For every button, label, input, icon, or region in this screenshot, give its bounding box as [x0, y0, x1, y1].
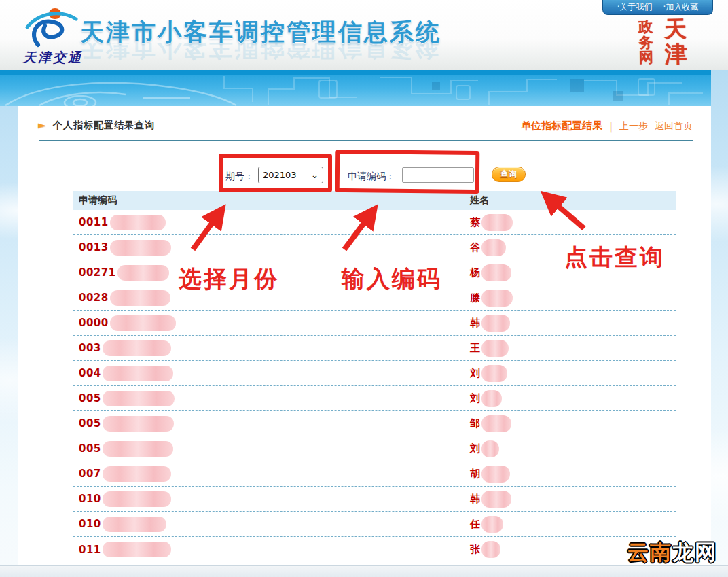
table-row: 005邹 [73, 411, 676, 436]
cell-application-code: 011 [73, 542, 470, 557]
search-button[interactable]: 查询 [492, 167, 526, 182]
add-favorite-link[interactable]: ·加入收藏 [663, 1, 699, 13]
redacted-code-blob [103, 416, 174, 432]
redacted-name-blob [481, 466, 510, 483]
cell-name: 刘 [470, 440, 499, 457]
redacted-name-blob [481, 390, 502, 407]
application-code-text: 0000 [79, 317, 109, 329]
redacted-code-blob [110, 315, 176, 331]
about-us-link[interactable]: ·关于我们 [617, 1, 653, 13]
unit-result-link[interactable]: 单位指标配置结果 [521, 120, 602, 133]
banner [0, 75, 711, 106]
redacted-name-blob [481, 415, 511, 432]
redacted-name-blob [481, 440, 499, 457]
cell-name: 韩 [470, 491, 511, 508]
table-row: 0000韩 [73, 311, 676, 336]
application-code-text: 0013 [79, 241, 109, 253]
annotation-enter-code: 输入编码 [342, 264, 442, 295]
period-label: 期号： [225, 171, 254, 183]
redacted-name-blob [481, 541, 500, 558]
cell-name: 刘 [470, 390, 502, 407]
application-code-text: 011 [79, 544, 101, 556]
table-row: 007胡 [73, 461, 676, 487]
application-code-text: 010 [79, 518, 101, 530]
top-links-bar: ·关于我们 ·加入收藏 [602, 0, 713, 15]
application-code-text: 0028 [79, 292, 109, 304]
redacted-code-blob [103, 340, 171, 356]
seal-char: 津 [665, 42, 688, 65]
home-link[interactable]: 返回首页 [655, 120, 693, 133]
cell-application-code: 0013 [73, 240, 470, 256]
application-code-input[interactable] [402, 167, 474, 183]
application-code-text: 003 [79, 342, 101, 354]
table-header: 申请编码 姓名 [73, 191, 676, 210]
period-select[interactable]: 202103 ⌄ [258, 167, 323, 183]
applicant-name-text: 谷 [470, 241, 480, 254]
application-code-text: 00271 [79, 266, 116, 279]
redacted-code-blob [103, 441, 173, 457]
redacted-code-blob [103, 491, 171, 507]
seal-char: 天 [664, 17, 687, 40]
cell-application-code: 0000 [73, 315, 470, 331]
nav-separator: | [609, 121, 613, 132]
cell-application-code: 005 [73, 391, 470, 406]
applicant-name-text: 刘 [470, 392, 480, 405]
cell-name: 王 [470, 340, 509, 357]
redacted-code-blob [103, 466, 171, 482]
redacted-code-blob [103, 517, 166, 532]
table-row: 010任 [73, 512, 676, 537]
redacted-name-blob [481, 239, 506, 256]
cell-application-code: 007 [73, 466, 470, 482]
page: 天津交通 天津市小客车调控管理信息系统 天津市小客车调控管理信息系统 ·关于我们… [0, 0, 728, 577]
cell-name: 刘 [470, 365, 507, 382]
redacted-code-blob [110, 290, 170, 306]
redacted-code-blob [110, 215, 166, 230]
title-divider [39, 140, 693, 141]
applicant-name-text: 胡 [470, 468, 480, 480]
column-header-code: 申请编码 [73, 194, 470, 207]
applicant-name-text: 韩 [470, 317, 480, 330]
redacted-name-blob [481, 340, 509, 357]
redacted-name-blob [481, 214, 513, 231]
watermark-part-2: 龙网 [672, 540, 717, 564]
cell-name: 蔡 [470, 214, 513, 231]
table-row: 004刘 [73, 361, 676, 386]
redacted-code-blob [103, 542, 171, 557]
applicant-name-text: 张 [470, 543, 480, 556]
period-select-value: 202103 [263, 170, 311, 180]
prev-step-link[interactable]: 上一步 [619, 120, 648, 133]
table-row: 011张 [73, 537, 676, 562]
redacted-code-blob [110, 240, 171, 256]
tianjin-gov-seal: 政 务 网 天 津 [633, 17, 693, 66]
cell-name: 滕 [470, 290, 513, 307]
banner-artwork [0, 75, 711, 106]
footer-bar [0, 565, 728, 577]
seal-char: 网 [639, 50, 653, 64]
watermark-part-1: 云南 [627, 540, 672, 564]
cell-application-code: 004 [73, 366, 470, 381]
redacted-code-blob [103, 366, 173, 381]
redacted-name-blob [481, 264, 511, 281]
application-code-text: 005 [79, 392, 101, 404]
cell-application-code: 005 [73, 441, 470, 457]
application-code-text: 005 [79, 442, 101, 455]
application-code-text: 0011 [79, 216, 109, 228]
cell-name: 谷 [470, 239, 506, 256]
table-row: 003王 [73, 336, 676, 361]
applicant-name-text: 杨 [470, 266, 480, 279]
cell-application-code: 0011 [73, 215, 470, 230]
annotation-click-search: 点击查询 [564, 242, 665, 273]
applicant-name-text: 邹 [470, 417, 480, 430]
chevron-down-icon: ⌄ [311, 170, 318, 180]
redacted-code-blob [117, 265, 169, 281]
page-title: 个人指标配置结果查询 [53, 120, 155, 132]
redacted-name-blob [481, 516, 503, 533]
applicant-name-text: 王 [470, 342, 480, 355]
applicant-name-text: 韩 [470, 493, 480, 506]
cell-application-code: 005 [73, 416, 470, 432]
applicant-name-text: 刘 [470, 367, 480, 380]
redacted-name-blob [481, 290, 513, 307]
table-row: 005刘 [73, 386, 676, 411]
page-nav: 单位指标配置结果 | 上一步 返回首页 [521, 120, 693, 133]
arrow-right-icon: ► [38, 119, 46, 131]
